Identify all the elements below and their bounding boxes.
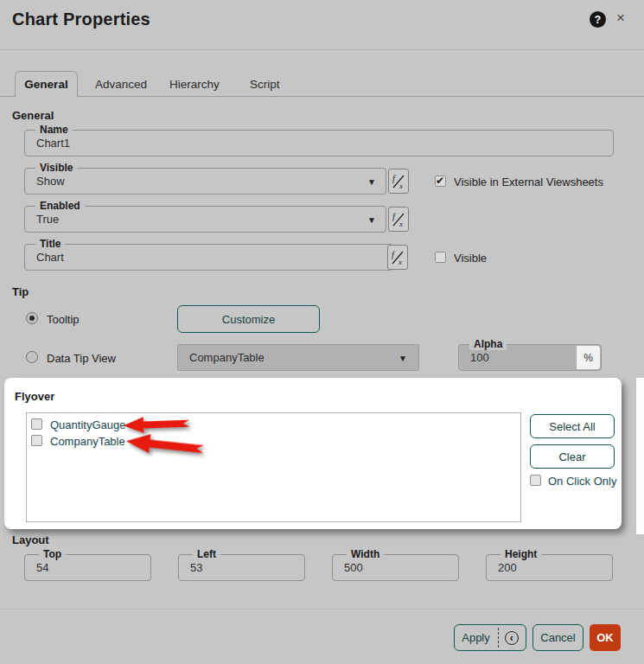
tab-general[interactable]: General [15, 71, 78, 97]
tabbar-divider [0, 96, 644, 97]
flyover-item-quantitygauge-checkbox[interactable] [31, 418, 42, 430]
flyover-item-companytable-checkbox[interactable] [31, 435, 42, 446]
apply-button[interactable]: Apply ‹ [454, 624, 526, 651]
visible-external-label: Visible in External Viewsheets [454, 176, 603, 188]
tab-script[interactable]: Script [250, 78, 280, 91]
title-field[interactable]: Title Chart [24, 244, 393, 271]
customize-button[interactable]: Customize [177, 305, 320, 333]
cancel-button[interactable]: Cancel [532, 624, 583, 651]
layout-left-value: 53 [190, 561, 202, 574]
fx-icon: f x [392, 174, 405, 189]
layout-width-field[interactable]: Width 500 [332, 554, 459, 581]
svg-text:x: x [399, 182, 403, 189]
name-field-value: Chart1 [36, 137, 70, 150]
enabled-field-value: True [36, 213, 59, 226]
alpha-field-label: Alpha [469, 338, 507, 350]
data-tip-view-dropdown[interactable]: CompanyTable ▼ [177, 344, 419, 371]
apply-split-divider [498, 628, 499, 648]
page-title: Chart Properties [12, 10, 150, 29]
general-section-label: General [12, 109, 54, 122]
enabled-field-label: Enabled [35, 200, 85, 212]
title-field-label: Title [35, 238, 65, 250]
layout-width-label: Width [347, 548, 384, 560]
enabled-formula-button[interactable]: f x [388, 207, 409, 232]
name-field[interactable]: Name Chart1 [24, 130, 614, 156]
chevron-down-icon: ▼ [399, 354, 407, 363]
layout-height-value: 200 [498, 561, 517, 574]
fx-icon: f x [391, 250, 405, 265]
svg-text:f: f [392, 212, 396, 221]
layout-height-field[interactable]: Height 200 [486, 554, 613, 581]
flyover-section-label: Flyover [15, 390, 54, 403]
visible-formula-button[interactable]: f x [388, 169, 409, 194]
data-tip-view-value: CompanyTable [189, 351, 265, 364]
chevron-down-icon: ▼ [367, 177, 376, 187]
on-click-only-label: On Click Only [548, 475, 616, 488]
header-divider [0, 49, 644, 50]
layout-top-label: Top [39, 548, 66, 560]
visible-dropdown[interactable]: Visible Show ▼ [24, 168, 386, 195]
fx-icon: f x [392, 212, 405, 227]
title-field-value: Chart [36, 251, 64, 264]
name-field-label: Name [35, 124, 73, 136]
on-click-only-checkbox[interactable] [530, 475, 541, 486]
tab-advanced[interactable]: Advanced [95, 78, 147, 91]
svg-text:x: x [399, 220, 403, 227]
flyover-item-quantitygauge-label: QuantityGauge [50, 418, 125, 431]
tip-section-label: Tip [12, 285, 29, 298]
data-tip-view-radio-label: Data Tip View [47, 352, 116, 365]
select-all-button[interactable]: Select All [530, 414, 615, 438]
enabled-dropdown[interactable]: Enabled True ▼ [24, 206, 386, 233]
chevron-down-icon: ▼ [367, 215, 376, 225]
layout-left-field[interactable]: Left 53 [178, 554, 305, 581]
history-icon[interactable]: ‹ [505, 631, 519, 645]
title-visible-label: Visible [454, 252, 487, 265]
alpha-unit-label: % [577, 346, 600, 369]
tooltip-radio-label: Tooltip [47, 313, 80, 326]
visible-external-checkbox[interactable] [435, 176, 446, 187]
svg-text:f: f [392, 174, 396, 183]
visible-field-label: Visible [35, 162, 77, 174]
ok-button[interactable]: OK [590, 624, 621, 651]
help-icon[interactable]: ? [590, 11, 606, 28]
flyover-item-companytable-label: CompanyTable [50, 435, 125, 448]
tab-hierarchy[interactable]: Hierarchy [169, 78, 220, 91]
annotation-highlight-strip [636, 378, 644, 534]
layout-top-value: 54 [36, 561, 48, 574]
svg-text:x: x [398, 258, 402, 265]
alpha-field[interactable]: Alpha 100 % [458, 344, 602, 371]
visible-field-value: Show [36, 175, 65, 188]
layout-section-label: Layout [12, 533, 49, 546]
layout-left-label: Left [193, 548, 220, 560]
alpha-field-value: 100 [470, 351, 489, 364]
layout-width-value: 500 [344, 561, 363, 574]
clear-button[interactable]: Clear [530, 444, 615, 469]
close-icon[interactable]: × [616, 10, 625, 27]
layout-height-label: Height [501, 548, 541, 560]
data-tip-view-radio[interactable] [26, 351, 38, 363]
layout-top-field[interactable]: Top 54 [24, 554, 151, 581]
tooltip-radio[interactable] [26, 312, 38, 324]
svg-text:f: f [392, 250, 395, 259]
footer-divider [0, 609, 644, 610]
apply-button-label: Apply [462, 631, 490, 644]
title-visible-checkbox[interactable] [435, 252, 446, 263]
title-formula-button[interactable]: f x [387, 245, 408, 270]
